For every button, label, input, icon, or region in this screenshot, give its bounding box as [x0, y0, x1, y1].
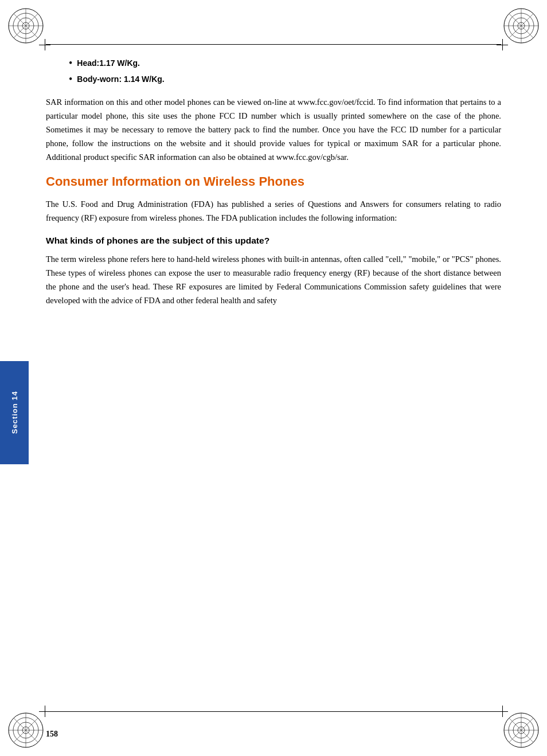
h-line-top	[46, 44, 501, 45]
crosshair-tl	[39, 39, 50, 50]
list-item: • Head:1.17 W/Kg.	[69, 57, 501, 70]
bullet-dot-1: •	[69, 57, 72, 70]
list-item: • Body-worn: 1.14 W/Kg.	[69, 73, 501, 86]
section-tab: Section 14	[0, 361, 29, 464]
bullet-dot-2: •	[69, 73, 72, 86]
section-tab-label: Section 14	[10, 391, 19, 434]
wireless-paragraph: The term wireless phone refers here to h…	[46, 253, 501, 308]
crosshair-tr	[497, 39, 508, 50]
page-number: 158	[46, 730, 58, 739]
fda-paragraph: The U.S. Food and Drug Administration (F…	[46, 198, 501, 225]
bullet-text-2: Body-worn: 1.14 W/Kg.	[77, 73, 164, 85]
bullet-text-1: Head:1.17 W/Kg.	[77, 57, 140, 69]
sub-heading: What kinds of phones are the subject of …	[46, 234, 501, 247]
bullet-list: • Head:1.17 W/Kg. • Body-worn: 1.14 W/Kg…	[69, 57, 501, 85]
h-line-bottom	[46, 711, 501, 712]
sar-paragraph: SAR information on this and other model …	[46, 96, 501, 164]
main-content: • Head:1.17 W/Kg. • Body-worn: 1.14 W/Kg…	[46, 57, 501, 317]
page: Section 14 • Head:1.17 W/Kg. • Body-worn…	[0, 0, 547, 756]
section-heading: Consumer Information on Wireless Phones	[46, 174, 501, 190]
